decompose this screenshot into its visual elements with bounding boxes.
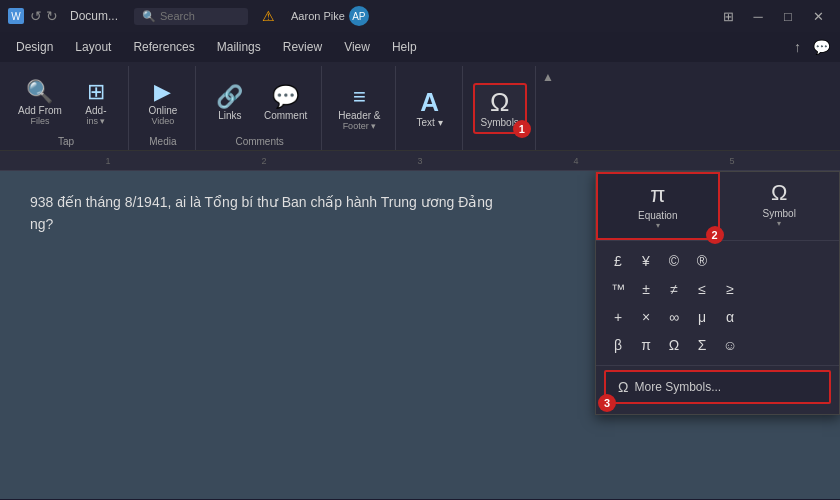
ruler-tick-2: 2 [261,156,266,166]
tab-references[interactable]: References [123,36,204,58]
more-symbols-label: More Symbols... [634,380,721,394]
comment-button[interactable]: 💬 Comment [258,82,313,125]
text-button[interactable]: A Text ▾ [406,85,454,132]
ribbon-content: 🔍 Add From Files ⊞ Add- ins ▾ Tap ▶ Onli… [0,62,840,150]
title-bar: W ↺ ↻ Docum... 🔍 ⚠ Aaron Pike AP ⊞ ─ □ ✕ [0,0,840,32]
symbol-beta[interactable]: β [604,331,632,359]
tab-mailings[interactable]: Mailings [207,36,271,58]
equation-dropdown-item[interactable]: π Equation ▾ 2 [596,172,720,240]
tab-view[interactable]: View [334,36,380,58]
symbols-icon: Ω [490,89,509,115]
group-comments: 🔗 Links 💬 Comment Comments [198,66,322,150]
more-symbols-icon: Ω [618,379,628,395]
links-icon: 🔗 [216,86,243,108]
search-input[interactable] [160,10,240,22]
symbol-yen[interactable]: ¥ [632,247,660,275]
header-footer-label: Header & [338,110,380,121]
add-files-icon: 🔍 [26,81,53,103]
symbol-row-1: £ ¥ © ® [604,247,831,275]
group-header-footer: ≡ Header & Footer ▾ [324,66,395,150]
layout-button[interactable]: ⊞ [714,2,742,30]
symbol-mu[interactable]: μ [688,303,716,331]
header-footer-button[interactable]: ≡ Header & Footer ▾ [332,82,386,135]
addins-sublabel: ins ▾ [86,116,105,126]
add-from-files-button[interactable]: 🔍 Add From Files [12,77,68,130]
more-symbols-button[interactable]: Ω More Symbols... [604,370,831,404]
video-sublabel: Video [151,116,174,126]
ribbon: Design Layout References Mailings Review… [0,32,840,151]
ruler: 1 2 3 4 5 [0,151,840,171]
addins-label: Add- [85,105,106,116]
symbol-leq[interactable]: ≤ [688,275,716,303]
group-symbols: Ω Symbols 1 [465,66,536,150]
ruler-tick-4: 4 [573,156,578,166]
search-icon: 🔍 [142,10,156,23]
ruler-tick-3: 3 [417,156,422,166]
minimize-button[interactable]: ─ [744,2,772,30]
links-button[interactable]: 🔗 Links [206,82,254,125]
close-button[interactable]: ✕ [804,2,832,30]
scroll-up-button[interactable]: ▲ [542,70,554,84]
symbol-smiley[interactable]: ☺ [716,331,744,359]
dropdown-top-row: π Equation ▾ 2 Ω Symbol ▾ [596,172,839,241]
symbol-plusminus[interactable]: ± [632,275,660,303]
group-text: A Text ▾ [398,66,463,150]
symbols-dropdown: π Equation ▾ 2 Ω Symbol ▾ £ ¥ © ® [595,171,840,415]
text-icon: A [420,89,439,115]
links-label: Links [218,110,241,121]
symbol-dropdown-item[interactable]: Ω Symbol ▾ [720,172,840,240]
group-tap: 🔍 Add From Files ⊞ Add- ins ▾ Tap [4,66,129,150]
symbol-notequal[interactable]: ≠ [660,275,688,303]
symbols-button[interactable]: Ω Symbols 1 [473,83,527,134]
symbol-trademark[interactable]: ™ [604,275,632,303]
symbol-sigma[interactable]: Σ [688,331,716,359]
ribbon-tab-row: Design Layout References Mailings Review… [0,32,840,62]
symbol-registered[interactable]: ® [688,247,716,275]
symbol-row-3: + × ∞ μ α [604,303,831,331]
addins-button[interactable]: ⊞ Add- ins ▾ [72,77,120,130]
share-icon[interactable]: ↑ [790,39,805,55]
add-files-label: Add From [18,105,62,116]
online-video-button[interactable]: ▶ Online Video [139,77,187,130]
symbol-icon: Ω [771,180,787,206]
tab-layout[interactable]: Layout [65,36,121,58]
maximize-button[interactable]: □ [774,2,802,30]
symbol-pound[interactable]: £ [604,247,632,275]
document-area: 938 đến tháng 8/1941, ai là Tổng bí thư … [0,171,840,499]
undo-button[interactable]: ↺ [30,8,42,24]
symbol-infinity[interactable]: ∞ [660,303,688,331]
app-icon: W [8,8,24,24]
symbol-row-2: ™ ± ≠ ≤ ≥ [604,275,831,303]
ruler-tick-5: 5 [729,156,734,166]
symbol-geq[interactable]: ≥ [716,275,744,303]
video-icon: ▶ [154,81,171,103]
symbol-plus[interactable]: + [604,303,632,331]
user-info: Aaron Pike AP [291,6,369,26]
comment-label: Comment [264,110,307,121]
symbol-pi[interactable]: π [632,331,660,359]
comment-icon: 💬 [272,86,299,108]
equation-icon: π [650,182,665,208]
ruler-tick-1: 1 [105,156,110,166]
user-name: Aaron Pike [291,10,345,22]
symbol-arrow: ▾ [777,219,781,228]
tab-design[interactable]: Design [6,36,63,58]
comment-ribbon-icon[interactable]: 💬 [809,39,834,55]
header-footer-sublabel: Footer ▾ [343,121,377,131]
symbol-alpha[interactable]: α [716,303,744,331]
tab-help[interactable]: Help [382,36,427,58]
symbol-copyright[interactable]: © [660,247,688,275]
text-label: Text ▾ [416,117,442,128]
symbol-times[interactable]: × [632,303,660,331]
video-label: Online [148,105,177,116]
symbol-omega[interactable]: Ω [660,331,688,359]
equation-arrow: ▾ [656,221,660,230]
warning-icon: ⚠ [262,8,275,24]
group-media: ▶ Online Video Media [131,66,196,150]
add-files-sublabel: Files [30,116,49,126]
addins-icon: ⊞ [87,81,105,103]
avatar: AP [349,6,369,26]
symbol-row-4: β π Ω Σ ☺ [604,331,831,359]
redo-button[interactable]: ↻ [46,8,58,24]
tab-review[interactable]: Review [273,36,332,58]
